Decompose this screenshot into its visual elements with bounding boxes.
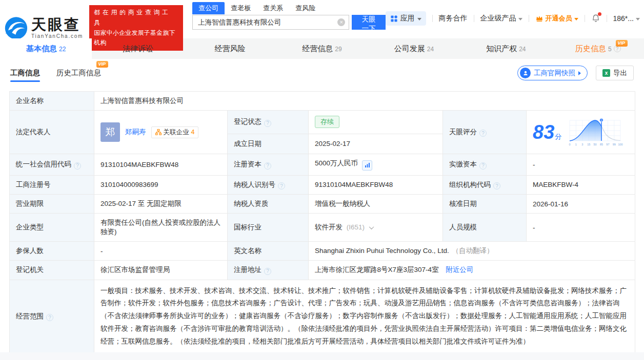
chevron-down-icon: [518, 18, 522, 20]
approval-date-value: 2026-01-16: [527, 195, 635, 214]
tab-basic-info[interactable]: 基本信息22: [0, 38, 92, 59]
status-badge: 存续: [315, 116, 339, 128]
svg-text:0: 0: [569, 143, 571, 146]
related-companies-badge[interactable]: 关联企业 4: [151, 126, 199, 138]
export-button[interactable]: x 导出: [596, 66, 634, 80]
insured-label: 参保人数: [10, 242, 94, 261]
reg-authority-value: 徐汇区市场监督管理局: [94, 261, 228, 280]
taxpayer-id-label: 纳税人识别号: [228, 175, 309, 195]
legal-rep-link[interactable]: 郑嗣寿: [125, 128, 146, 137]
taxpayer-quality-label: 纳税人资质: [228, 195, 309, 214]
nav-account[interactable]: 186*...: [613, 14, 640, 23]
search-input[interactable]: [192, 15, 349, 30]
help-icon[interactable]: [479, 130, 487, 137]
svg-text:97: 97: [607, 143, 610, 146]
tab-legal-litigation[interactable]: 法律诉讼: [92, 38, 184, 59]
table-row: 企业类型 有限责任公司(自然人投资或控股的法人独资) 国标行业 软件开发 (I6…: [10, 214, 635, 242]
notifications-bell-icon[interactable]: [591, 14, 600, 23]
subtab-history-business-info[interactable]: 历史工商信息 VIP: [56, 61, 101, 85]
avatar[interactable]: 郑: [100, 122, 120, 142]
nav-apps[interactable]: 应用: [386, 11, 426, 26]
search-tab-risk[interactable]: 查风险: [289, 2, 321, 14]
top-header: 天眼查 TianYanCha.com 都在用的商业查询工具 国家中小企业发展子基…: [0, 0, 644, 38]
business-scope-value: 一般项目：技术服务、技术开发、技术咨询、技术交流、技术转让、技术推广；软件销售；…: [94, 280, 635, 353]
chevron-down-icon: [574, 18, 578, 20]
reg-status-label: 登记状态: [228, 111, 309, 134]
tab-intellectual-property[interactable]: 知识产权24: [460, 38, 552, 59]
search-tab-relation[interactable]: 查关系: [257, 2, 289, 14]
score-distribution-chart: 0 1 3 15 50 85 97 99 100: [567, 116, 624, 148]
chevron-down-icon: [417, 18, 421, 20]
table-row: 工商注册号 310104000983699 纳税人识别号 91310104MAE…: [10, 175, 635, 195]
svg-text:15: 15: [587, 143, 590, 146]
tab-operation-risk[interactable]: 经营风险: [184, 38, 276, 59]
chevron-down-icon[interactable]: [369, 224, 374, 229]
divider: [432, 15, 433, 22]
business-scope-label: 经营范围: [10, 280, 94, 353]
table-row: 参保人数 - 英文名称 Shanghai Zhixin Puhui Techno…: [10, 242, 635, 261]
taxpayer-quality-value: 增值税一般纳税人: [309, 195, 443, 214]
search-tab-boss[interactable]: 查老板: [225, 2, 257, 14]
nav-enterprise[interactable]: 企业级产品: [480, 14, 522, 23]
org-code-value: MAEBKFBW-4: [527, 175, 635, 195]
vip-crown-icon: [535, 14, 544, 23]
business-info-table: 企业名称 上海智信普惠科技有限公司 法定代表人 郑 郑嗣寿 关联企业 4: [9, 91, 635, 353]
capital-trend-icon[interactable]: [362, 160, 372, 171]
tab-company-development[interactable]: 公司发展24: [368, 38, 460, 59]
company-name-value: 上海智信普惠科技有限公司: [94, 92, 635, 111]
industry-value: 软件开发 (I651): [309, 214, 443, 242]
table-row: 登记机关 徐汇区市场监督管理局 注册地址 上海市徐汇区龙耀路8号X7座3层307…: [10, 261, 635, 280]
table-row: 企业名称 上海智信普惠科技有限公司: [10, 92, 635, 111]
page-bottom-strip: [0, 352, 644, 360]
excel-icon: x: [602, 69, 610, 77]
biz-term-label: 营业期限: [10, 195, 94, 214]
table-row: 法定代表人 郑 郑嗣寿 关联企业 4 登记状态: [10, 111, 635, 134]
help-icon[interactable]: [278, 182, 285, 189]
search-button[interactable]: 天眼一下: [352, 15, 385, 30]
help-icon[interactable]: [46, 314, 53, 321]
reg-authority-label: 登记机关: [10, 261, 94, 280]
svg-text:99: 99: [613, 143, 616, 146]
staff-size-label: 人员规模: [443, 214, 527, 242]
main-tabs: 基本信息22 法律诉讼 经营风险 经营信息29 公司发展24 知识产权24 VI…: [0, 38, 644, 59]
subtab-business-info[interactable]: 工商信息: [10, 61, 40, 85]
stamp-icon: [520, 68, 531, 78]
company-type-label: 企业类型: [10, 214, 94, 242]
official-snapshot-button[interactable]: 工商官网快照: [517, 66, 588, 80]
help-icon[interactable]: [493, 182, 500, 189]
uscc-value: 91310104MAEBKFBW48: [94, 154, 228, 176]
divider: [585, 15, 585, 22]
svg-text:3: 3: [582, 143, 583, 146]
help-icon[interactable]: [74, 162, 81, 170]
legal-rep-label: 法定代表人: [10, 111, 94, 154]
nav-cooperation[interactable]: 商务合作: [439, 14, 468, 23]
help-icon[interactable]: [479, 162, 487, 170]
tab-operation-info[interactable]: 经营信息29: [276, 38, 368, 59]
divider: [529, 15, 529, 22]
table-row: 营业期限 2025-02-17 至 无固定期限 纳税人资质 增值税一般纳税人 核…: [10, 195, 635, 214]
svg-text:50: 50: [594, 143, 597, 146]
chevron-down-icon: [636, 18, 640, 20]
legal-rep-cell: 郑 郑嗣寿 关联企业 4: [94, 111, 228, 154]
brand-name: 天眼查: [31, 17, 83, 32]
english-name-label: 英文名称: [228, 242, 309, 261]
score-cell: 83分: [527, 111, 635, 154]
paid-capital-value: -: [527, 154, 635, 176]
address-value: 上海市徐汇区龙耀路8号X7座3层307-4室 附近公司: [309, 261, 635, 280]
org-chart-icon: [155, 129, 162, 135]
english-name-value: Shanghai Zhixin Puhui Technology Co., Lt…: [309, 242, 635, 261]
help-icon[interactable]: [264, 120, 271, 127]
nav-vip-membership[interactable]: 开通会员: [535, 14, 578, 23]
score-value: 83分: [533, 122, 561, 142]
search-tab-company[interactable]: 查公司: [192, 2, 225, 14]
reg-status-value: 存续: [309, 111, 443, 134]
paid-capital-label: 实缴资本: [443, 154, 527, 176]
brand-domain: TianYanCha.com: [31, 33, 83, 39]
nearby-companies-link[interactable]: 附近公司: [446, 266, 473, 273]
tab-history-info[interactable]: VIP 历史信息5: [552, 38, 644, 59]
search-area: 查公司 查老板 查关系 查风险 × 天眼一下: [192, 2, 385, 30]
search-tabs: 查公司 查老板 查关系 查风险: [192, 2, 385, 14]
help-icon[interactable]: [264, 162, 271, 170]
help-icon[interactable]: [264, 268, 271, 275]
biz-term-value: 2025-02-17 至 无固定期限: [94, 195, 228, 214]
